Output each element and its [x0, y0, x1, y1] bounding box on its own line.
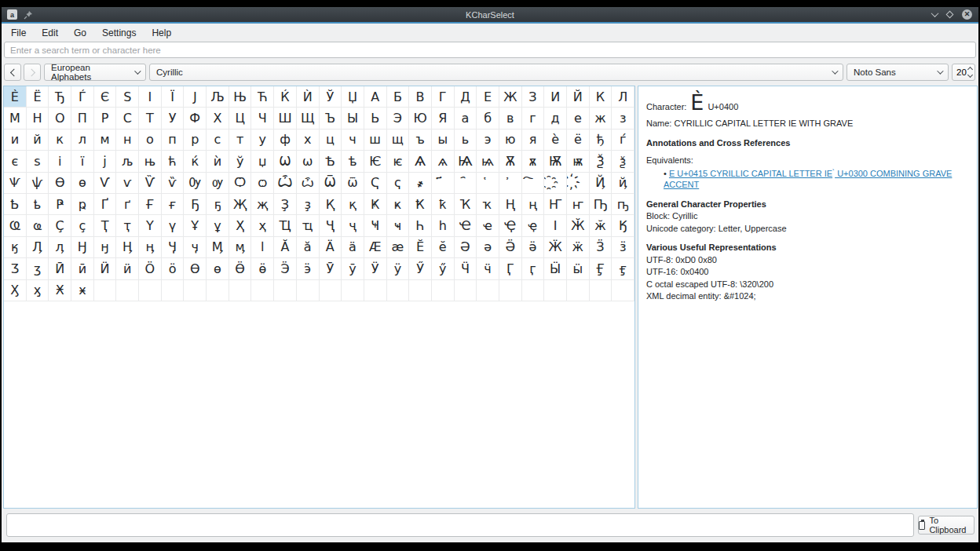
char-cell[interactable]: ҡ: [477, 194, 499, 215]
char-cell[interactable]: ӟ: [612, 237, 634, 258]
char-cell[interactable]: ҅: [477, 173, 499, 194]
char-cell[interactable]: Ќ: [274, 86, 297, 108]
char-cell[interactable]: Ү: [139, 215, 162, 236]
char-cell[interactable]: р: [184, 130, 207, 151]
char-cell[interactable]: ҍ: [27, 194, 49, 215]
char-cell[interactable]: ҃: [432, 173, 455, 194]
char-cell[interactable]: Ѥ: [364, 151, 387, 172]
char-cell[interactable]: Ѭ: [544, 151, 567, 172]
char-cell[interactable]: Ӭ: [274, 258, 297, 279]
char-cell[interactable]: [342, 280, 364, 301]
char-cell[interactable]: ј: [94, 151, 117, 172]
char-cell[interactable]: Ӣ: [49, 258, 71, 279]
char-cell[interactable]: Ѧ: [409, 151, 432, 172]
char-cell[interactable]: е: [567, 108, 590, 129]
char-cell[interactable]: Ҝ: [364, 194, 387, 215]
char-cell[interactable]: Ѳ: [49, 173, 71, 194]
char-cell[interactable]: ҧ: [612, 194, 634, 215]
char-cell[interactable]: ӡ: [27, 258, 49, 279]
char-cell[interactable]: п: [162, 130, 185, 151]
char-cell[interactable]: Н: [27, 108, 49, 129]
char-cell[interactable]: к: [49, 130, 71, 151]
menu-go[interactable]: Go: [66, 25, 94, 41]
char-cell[interactable]: Џ: [342, 86, 364, 108]
char-cell[interactable]: ӛ: [522, 237, 545, 258]
char-cell[interactable]: Ѩ: [455, 151, 477, 172]
char-cell[interactable]: ҭ: [116, 215, 139, 236]
char-cell[interactable]: Ӑ: [274, 237, 297, 258]
char-cell[interactable]: Ї: [162, 86, 185, 108]
char-cell[interactable]: ҫ: [71, 215, 94, 236]
char-cell[interactable]: Ӵ: [455, 258, 477, 279]
char-cell[interactable]: в: [499, 108, 522, 129]
spin-down-icon[interactable]: [967, 72, 973, 78]
char-cell[interactable]: ъ: [409, 130, 432, 151]
char-cell[interactable]: ћ: [162, 151, 185, 172]
char-cell[interactable]: Ӧ: [139, 258, 162, 279]
char-cell[interactable]: Љ: [207, 86, 229, 108]
char-cell[interactable]: Җ: [229, 194, 252, 215]
char-cell[interactable]: ю: [499, 130, 522, 151]
char-cell[interactable]: ь: [455, 130, 477, 151]
char-cell[interactable]: ж: [590, 108, 612, 129]
char-cell[interactable]: ѷ: [162, 173, 185, 194]
char-cell[interactable]: Ӆ: [27, 237, 49, 258]
char-cell[interactable]: ӷ: [522, 258, 545, 279]
forward-button[interactable]: [24, 64, 41, 81]
char-cell[interactable]: [544, 280, 567, 301]
char-cell[interactable]: ѝ: [207, 151, 229, 172]
char-cell[interactable]: Ӳ: [409, 258, 432, 279]
char-cell[interactable]: [162, 280, 185, 301]
char-cell[interactable]: ӊ: [139, 237, 162, 258]
char-cell[interactable]: ҳ: [251, 215, 274, 236]
char-cell[interactable]: Ѹ: [184, 173, 207, 194]
char-cell[interactable]: ѓ: [612, 130, 634, 151]
char-cell[interactable]: ӆ: [49, 237, 71, 258]
char-cell[interactable]: ќ: [184, 151, 207, 172]
char-cell[interactable]: ӯ: [342, 258, 364, 279]
char-cell[interactable]: ч: [342, 130, 364, 151]
char-cell[interactable]: Ҟ: [409, 194, 432, 215]
char-cell[interactable]: ӳ: [432, 258, 455, 279]
char-cell[interactable]: ѵ: [116, 173, 139, 194]
result-text-input[interactable]: [6, 513, 914, 537]
char-cell[interactable]: м: [94, 130, 117, 151]
char-cell[interactable]: ӑ: [297, 237, 320, 258]
back-button[interactable]: [4, 64, 21, 81]
char-cell[interactable]: Ӿ: [49, 280, 71, 301]
equivalent-link[interactable]: Е U+0415 CYRILLIC CAPITAL LETTER IE: [669, 169, 832, 178]
char-cell[interactable]: а: [455, 108, 477, 129]
char-cell[interactable]: Ӄ: [612, 215, 634, 236]
char-cell[interactable]: Ӥ: [94, 258, 117, 279]
char-cell[interactable]: [207, 280, 229, 301]
char-cell[interactable]: Ы: [342, 108, 364, 129]
char-cell[interactable]: ҙ: [297, 194, 320, 215]
char-cell[interactable]: ӭ: [297, 258, 320, 279]
char-cell[interactable]: Ж: [499, 86, 522, 108]
char-cell[interactable]: н: [116, 130, 139, 151]
char-cell[interactable]: ҵ: [297, 215, 320, 236]
char-cell[interactable]: Ҵ: [274, 215, 297, 236]
char-cell[interactable]: [297, 280, 320, 301]
char-cell[interactable]: Ӝ: [544, 237, 567, 258]
char-cell[interactable]: Ӫ: [229, 258, 252, 279]
char-cell[interactable]: ұ: [207, 215, 229, 236]
char-cell[interactable]: ѣ: [342, 151, 364, 172]
char-cell[interactable]: [94, 280, 117, 301]
char-cell[interactable]: я: [522, 130, 545, 151]
char-cell[interactable]: Ӂ: [567, 215, 590, 236]
char-cell[interactable]: [364, 280, 387, 301]
char-cell[interactable]: Ѡ: [274, 151, 297, 172]
char-cell[interactable]: [432, 280, 455, 301]
maximize-icon[interactable]: [946, 11, 954, 19]
char-cell[interactable]: Ҥ: [544, 194, 567, 215]
char-cell[interactable]: Ј: [184, 86, 207, 108]
char-cell[interactable]: А: [364, 86, 387, 108]
char-cell[interactable]: Ӽ: [4, 280, 27, 301]
char-cell[interactable]: Ӈ: [71, 237, 94, 258]
block-select[interactable]: Cyrillic: [149, 64, 843, 81]
char-cell[interactable]: ѿ: [342, 173, 364, 194]
char-cell[interactable]: Ц: [229, 108, 252, 129]
char-cell[interactable]: ѯ: [612, 151, 634, 172]
char-cell[interactable]: ї: [71, 151, 94, 172]
